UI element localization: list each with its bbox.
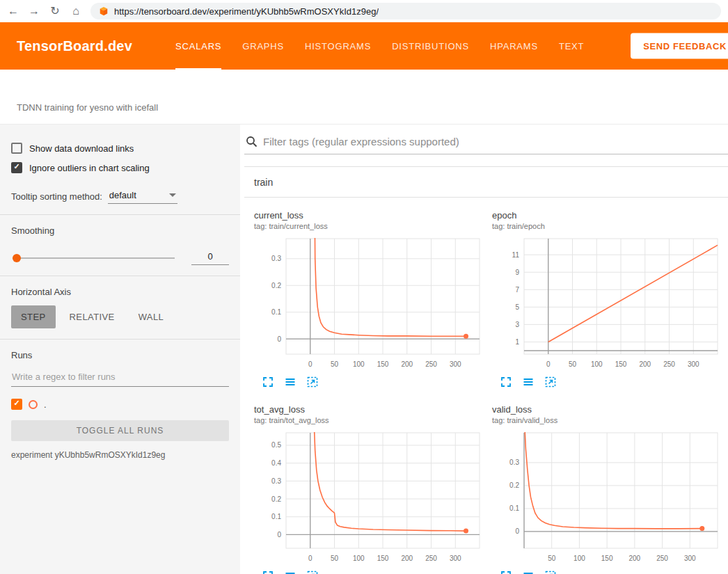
chart-tag: tag: train/valid_loss — [492, 416, 722, 424]
chart-plot[interactable]: 5010015020025030000.10.20.3 — [492, 430, 722, 566]
svg-text:9: 9 — [515, 269, 519, 276]
show-download-links-row: Show data download links — [11, 138, 229, 158]
experiment-title: TDNN training for yesno with icefall — [17, 102, 158, 113]
show-download-links-checkbox[interactable] — [11, 143, 22, 154]
smoothing-value[interactable]: 0 — [191, 251, 229, 265]
svg-text:100: 100 — [353, 555, 365, 562]
show-download-links-label: Show data download links — [29, 143, 134, 154]
axis-wall-button[interactable]: WALL — [129, 305, 174, 328]
svg-text:0: 0 — [277, 531, 281, 539]
axis-relative-button[interactable]: RELATIVE — [60, 305, 125, 328]
horizontal-axis-buttons: STEPRELATIVEWALL — [11, 305, 229, 328]
runs-selector-icon[interactable] — [285, 376, 296, 388]
app-logo: TensorBoard.dev — [17, 38, 132, 54]
run-checkbox[interactable] — [11, 399, 22, 410]
svg-text:250: 250 — [425, 555, 437, 562]
back-icon[interactable]: ← — [7, 6, 19, 17]
chart-title: epoch — [492, 210, 722, 221]
tooltip-sorting-select[interactable]: default — [108, 189, 177, 204]
svg-text:150: 150 — [377, 360, 389, 368]
train-section: train current_loss tag: train/current_lo… — [244, 166, 728, 574]
send-feedback-button[interactable]: SEND FEEDBACK — [631, 33, 728, 59]
home-icon[interactable]: ⌂ — [70, 6, 82, 17]
svg-text:50: 50 — [548, 555, 556, 562]
expand-chart-icon[interactable] — [262, 571, 274, 574]
tab-text[interactable]: TEXT — [559, 22, 584, 70]
chart-title: current_loss — [254, 210, 484, 221]
svg-text:250: 250 — [663, 360, 675, 368]
runs-label: Runs — [11, 350, 229, 360]
chevron-down-icon — [169, 193, 176, 197]
chart-title: tot_avg_loss — [254, 404, 484, 415]
run-row: . — [11, 397, 229, 412]
address-bar[interactable]: https://tensorboard.dev/experiment/yKUbh… — [90, 3, 721, 19]
tooltip-sorting-label: Tooltip sorting method: — [11, 191, 102, 202]
svg-text:0: 0 — [308, 555, 312, 562]
tooltip-sorting-row: Tooltip sorting method: default — [11, 189, 229, 204]
svg-text:300: 300 — [450, 555, 461, 562]
svg-text:50: 50 — [569, 360, 577, 368]
svg-text:0: 0 — [515, 527, 519, 535]
svg-text:0.1: 0.1 — [509, 504, 519, 512]
chart-actions — [492, 376, 722, 388]
chart-tag: tag: train/epoch — [492, 222, 722, 230]
app-header: TensorBoard.dev SCALARSGRAPHSHISTOGRAMSD… — [0, 22, 728, 70]
ignore-outliers-label: Ignore outliers in chart scaling — [29, 163, 150, 173]
fit-domain-icon[interactable] — [545, 376, 556, 388]
svg-text:5: 5 — [515, 303, 519, 311]
fit-domain-icon[interactable] — [307, 571, 318, 574]
svg-text:300: 300 — [684, 555, 696, 562]
chart-card: tot_avg_loss tag: train/tot_avg_loss 050… — [254, 404, 484, 574]
chart-tag: tag: train/current_loss — [254, 222, 484, 230]
axis-step-button[interactable]: STEP — [11, 305, 56, 328]
svg-text:0.3: 0.3 — [271, 255, 281, 262]
svg-text:200: 200 — [401, 555, 413, 562]
chart-actions — [492, 571, 722, 574]
expand-chart-icon[interactable] — [500, 376, 512, 388]
chart-card: epoch tag: train/epoch 05010015020025030… — [492, 210, 722, 388]
reload-icon[interactable]: ↻ — [49, 6, 61, 17]
smoothing-slider[interactable] — [13, 257, 175, 259]
fit-domain-icon[interactable] — [545, 571, 556, 574]
svg-text:300: 300 — [450, 360, 461, 368]
divider — [0, 339, 240, 340]
tab-histograms[interactable]: HISTOGRAMS — [305, 22, 371, 70]
runs-selector-icon[interactable] — [285, 571, 296, 574]
runs-selector-icon[interactable] — [523, 376, 534, 388]
chart-plot[interactable]: 0501001502002503001357911 — [492, 236, 722, 372]
tab-hparams[interactable]: HPARAMS — [490, 22, 538, 70]
chart-plot[interactable]: 05010015020025030000.10.20.30.40.5 — [254, 430, 484, 566]
svg-text:200: 200 — [629, 555, 641, 562]
svg-text:0.2: 0.2 — [271, 282, 281, 289]
runs-filter-input[interactable] — [11, 369, 229, 387]
svg-text:150: 150 — [601, 555, 613, 562]
tab-scalars[interactable]: SCALARS — [175, 22, 221, 70]
tooltip-sorting-value: default — [109, 190, 136, 200]
svg-text:0.5: 0.5 — [271, 441, 281, 449]
divider — [0, 214, 240, 215]
expand-chart-icon[interactable] — [262, 376, 274, 388]
fit-domain-icon[interactable] — [307, 376, 318, 388]
svg-text:0.3: 0.3 — [509, 459, 519, 466]
svg-text:0.2: 0.2 — [509, 481, 519, 489]
smoothing-slider-thumb[interactable] — [13, 254, 21, 262]
svg-text:11: 11 — [512, 251, 520, 259]
tab-graphs[interactable]: GRAPHS — [242, 22, 284, 70]
toggle-all-runs-button[interactable]: TOGGLE ALL RUNS — [11, 420, 229, 441]
url-text: https://tensorboard.dev/experiment/yKUbh… — [114, 6, 379, 17]
tab-distributions[interactable]: DISTRIBUTIONS — [392, 22, 469, 70]
tensorboard-favicon-icon — [99, 6, 109, 16]
experiment-strip: TDNN training for yesno with icefall — [0, 70, 728, 124]
tag-filter-input[interactable] — [263, 136, 728, 148]
main-panel: train current_loss tag: train/current_lo… — [240, 125, 728, 574]
runs-selector-icon[interactable] — [523, 571, 534, 574]
train-section-header[interactable]: train — [244, 167, 728, 198]
forward-icon[interactable]: → — [28, 6, 40, 17]
svg-text:250: 250 — [425, 360, 437, 368]
chart-plot[interactable]: 05010015020025030000.10.20.3 — [254, 236, 484, 372]
ignore-outliers-checkbox[interactable] — [11, 162, 22, 173]
svg-text:100: 100 — [573, 555, 585, 562]
chart-actions — [254, 376, 484, 388]
expand-chart-icon[interactable] — [500, 571, 512, 574]
search-icon — [246, 136, 258, 148]
